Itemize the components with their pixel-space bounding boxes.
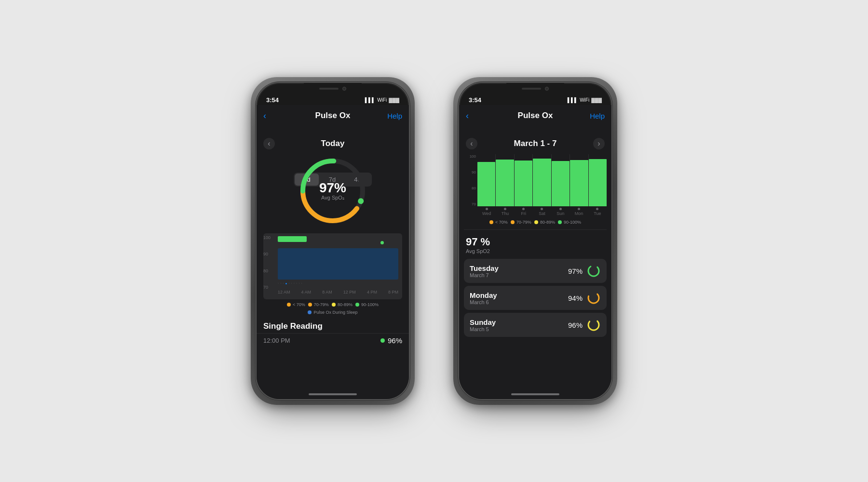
right-battery-icon: ▓▓▓ bbox=[591, 97, 602, 103]
xlabel-wed: Wed bbox=[477, 206, 496, 217]
right-wifi-icon: WiFi bbox=[580, 97, 589, 103]
xlabel-thu: Thu bbox=[496, 206, 514, 217]
bar-chart: 100 90 80 70 · · bbox=[263, 233, 402, 299]
svg-point-5 bbox=[588, 266, 599, 276]
screen-content-right: 1d 7d 4w ‹ March 1 - 7 › 100 90 80 bbox=[459, 126, 611, 399]
right-chart-bars bbox=[477, 154, 607, 206]
day-date-sunday: March 5 bbox=[470, 326, 496, 332]
right-date-nav: ‹ March 1 - 7 › bbox=[459, 131, 611, 152]
time-dots-row: · · · • · · · · · · bbox=[278, 280, 398, 288]
high-reading-bar bbox=[278, 236, 307, 242]
mini-gauge-monday bbox=[586, 291, 601, 305]
left-phone: 3:54 ▌▌▌ WiFi ▓▓▓ ‹ Pulse Ox Help 1d bbox=[256, 82, 410, 400]
wifi-icon: WiFi bbox=[377, 97, 387, 103]
camera bbox=[342, 87, 346, 91]
bar-wed bbox=[477, 154, 496, 206]
xlabel-sun: Sun bbox=[551, 206, 570, 217]
right-phone-outer: 3:54 ▌▌▌ WiFi ▓▓▓ ‹ Pulse Ox Help 1d bbox=[453, 77, 617, 405]
right-signal-icon: ▌▌▌ bbox=[568, 97, 578, 103]
single-reading-dot bbox=[380, 241, 384, 244]
day-card-tuesday-info: Tuesday March 7 bbox=[470, 264, 499, 278]
stats-area: 97 % Avg SpO2 bbox=[459, 232, 611, 256]
right-nav-bar: ‹ Pulse Ox Help bbox=[459, 105, 611, 126]
reading-value: 96% bbox=[380, 336, 402, 345]
mini-gauge-tuesday bbox=[586, 264, 601, 278]
help-button[interactable]: Help bbox=[387, 112, 402, 120]
right-page-title: Pulse Ox bbox=[518, 111, 553, 120]
right-speaker bbox=[522, 88, 541, 90]
sleep-bar bbox=[278, 248, 398, 280]
reading-dot bbox=[380, 338, 385, 343]
day-right-monday: 94% bbox=[568, 291, 601, 305]
signal-icon: ▌▌▌ bbox=[365, 97, 375, 103]
status-time: 3:54 bbox=[266, 96, 279, 104]
day-date-monday: March 6 bbox=[470, 299, 497, 305]
bar-fri bbox=[515, 154, 533, 206]
right-phone: 3:54 ▌▌▌ WiFi ▓▓▓ ‹ Pulse Ox Help 1d bbox=[458, 82, 612, 400]
day-card-sunday-info: Sunday March 5 bbox=[470, 318, 496, 332]
time-labels: 12 AM 4 AM 8 AM 12 PM 4 PM 8 PM bbox=[278, 288, 398, 296]
date-label: Today bbox=[321, 139, 345, 148]
right-legend-2: 70-79% bbox=[511, 220, 531, 225]
xlabel-fri: Fri bbox=[515, 206, 533, 217]
day-name-tuesday: Tuesday bbox=[470, 264, 499, 272]
day-card-tuesday[interactable]: Tuesday March 7 97% bbox=[464, 259, 607, 283]
bar-tue bbox=[589, 154, 607, 206]
day-right-tuesday: 97% bbox=[568, 264, 601, 278]
date-nav: ‹ Today bbox=[257, 131, 409, 152]
day-card-monday[interactable]: Monday March 6 94% bbox=[464, 286, 607, 310]
right-bar-chart: 100 90 80 70 bbox=[464, 154, 607, 217]
right-x-labels: Wed Thu Fri Sat bbox=[477, 206, 607, 217]
gauge-text: 97% Avg SpO₂ bbox=[319, 181, 346, 201]
right-legend-3: 80-89% bbox=[534, 220, 555, 225]
speaker bbox=[319, 88, 339, 90]
right-date-label: March 1 - 7 bbox=[514, 139, 557, 148]
right-status-time: 3:54 bbox=[469, 96, 481, 104]
bar-chart-inner: 100 90 80 70 · · bbox=[263, 233, 402, 299]
right-legend-4: 90-100% bbox=[558, 220, 581, 225]
status-icons: ▌▌▌ WiFi ▓▓▓ bbox=[365, 97, 399, 103]
legend-item-5: Pulse Ox During Sleep bbox=[261, 310, 404, 315]
notch bbox=[304, 83, 362, 94]
gauge-wrapper: 97% Avg SpO₂ bbox=[257, 152, 409, 229]
day-card-sunday[interactable]: Sunday March 5 96% bbox=[464, 313, 607, 337]
legend-dot-2 bbox=[308, 303, 312, 307]
bar-sun bbox=[552, 154, 570, 206]
legend-item-4: 90-100% bbox=[355, 302, 379, 307]
mini-gauge-sunday bbox=[586, 318, 601, 332]
bar-thu bbox=[496, 154, 514, 206]
day-percent-tuesday: 97% bbox=[568, 267, 583, 275]
right-back-button[interactable]: ‹ bbox=[466, 111, 469, 121]
prev-date-button[interactable]: ‹ bbox=[263, 138, 275, 149]
page-title: Pulse Ox bbox=[315, 111, 351, 120]
y-labels: 100 90 80 70 bbox=[263, 235, 271, 290]
reading-percent: 96% bbox=[388, 336, 402, 345]
right-help-button[interactable]: Help bbox=[590, 112, 605, 120]
nav-bar: ‹ Pulse Ox Help bbox=[257, 105, 409, 126]
gauge-label: Avg SpO₂ bbox=[319, 195, 346, 201]
gauge: 97% Avg SpO₂ bbox=[294, 152, 371, 229]
day-percent-sunday: 96% bbox=[568, 321, 583, 329]
day-card-monday-info: Monday March 6 bbox=[470, 291, 497, 305]
day-name-sunday: Sunday bbox=[470, 318, 496, 326]
right-prev-date-button[interactable]: ‹ bbox=[466, 138, 477, 149]
segment-wrapper: 1d 7d 4w bbox=[257, 126, 409, 131]
stats-value: 97 % bbox=[466, 236, 605, 248]
bar-area bbox=[278, 236, 398, 280]
back-button[interactable]: ‹ bbox=[263, 111, 266, 121]
stats-label: Avg SpO2 bbox=[466, 248, 605, 254]
day-name-monday: Monday bbox=[470, 291, 497, 299]
section-title: Single Reading bbox=[257, 318, 409, 333]
separator bbox=[464, 229, 607, 230]
legend-dot-5 bbox=[308, 310, 312, 314]
gauge-value: 97% bbox=[319, 181, 346, 195]
right-legend-1: < 70% bbox=[489, 220, 508, 225]
legend-item-3: 80-89% bbox=[332, 302, 353, 307]
day-date-tuesday: March 7 bbox=[470, 272, 499, 278]
battery-icon: ▓▓▓ bbox=[389, 97, 399, 103]
xlabel-sat: Sat bbox=[533, 206, 551, 217]
right-segment-wrapper: 1d 7d 4w bbox=[459, 126, 611, 131]
right-next-date-button[interactable]: › bbox=[593, 138, 605, 149]
bar-mon bbox=[570, 154, 588, 206]
legend-dot-3 bbox=[332, 303, 336, 307]
